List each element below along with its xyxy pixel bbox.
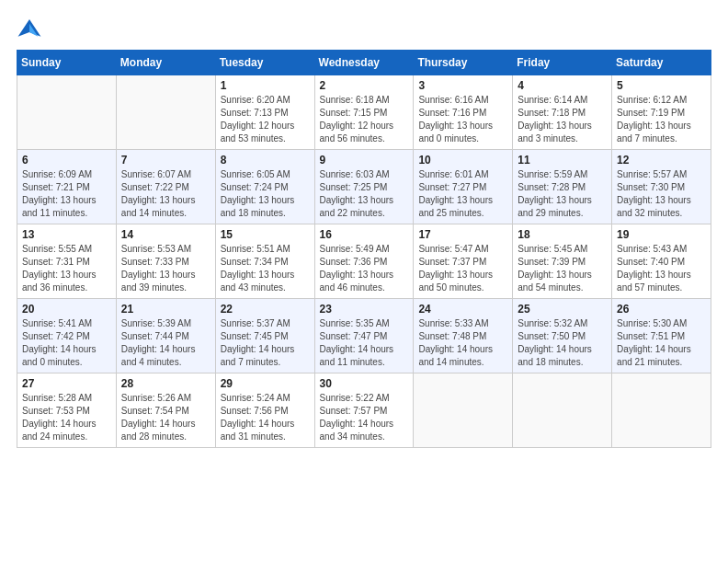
day-number: 28 (121, 377, 210, 390)
day-number: 6 (22, 154, 111, 167)
day-info: Sunrise: 6:09 AM Sunset: 7:21 PM Dayligh… (22, 168, 111, 220)
day-number: 12 (617, 154, 706, 167)
calendar-cell: 6Sunrise: 6:09 AM Sunset: 7:21 PM Daylig… (17, 150, 117, 224)
day-number: 22 (221, 303, 310, 316)
day-info: Sunrise: 6:05 AM Sunset: 7:24 PM Dayligh… (221, 168, 310, 220)
day-info: Sunrise: 5:30 AM Sunset: 7:51 PM Dayligh… (617, 317, 706, 369)
day-info: Sunrise: 5:39 AM Sunset: 7:44 PM Dayligh… (121, 317, 210, 369)
calendar-cell: 7Sunrise: 6:07 AM Sunset: 7:22 PM Daylig… (116, 150, 215, 224)
day-number: 9 (320, 154, 409, 167)
day-number: 13 (22, 228, 111, 241)
day-number: 23 (320, 303, 409, 316)
calendar-cell: 8Sunrise: 6:05 AM Sunset: 7:24 PM Daylig… (215, 150, 314, 224)
day-info: Sunrise: 5:55 AM Sunset: 7:31 PM Dayligh… (22, 243, 111, 294)
day-number: 19 (617, 228, 706, 241)
day-info: Sunrise: 6:12 AM Sunset: 7:19 PM Dayligh… (617, 94, 706, 145)
calendar-cell: 30Sunrise: 5:22 AM Sunset: 7:57 PM Dayli… (314, 373, 414, 448)
day-info: Sunrise: 5:24 AM Sunset: 7:56 PM Dayligh… (221, 392, 310, 443)
calendar-header-row: SundayMondayTuesdayWednesdayThursdayFrid… (17, 51, 711, 75)
calendar-cell: 19Sunrise: 5:43 AM Sunset: 7:40 PM Dayli… (612, 224, 711, 299)
day-info: Sunrise: 5:43 AM Sunset: 7:40 PM Dayligh… (617, 243, 706, 294)
day-info: Sunrise: 6:01 AM Sunset: 7:27 PM Dayligh… (418, 168, 507, 220)
calendar-cell: 3Sunrise: 6:16 AM Sunset: 7:16 PM Daylig… (414, 75, 513, 150)
day-info: Sunrise: 5:51 AM Sunset: 7:34 PM Dayligh… (221, 243, 310, 294)
day-info: Sunrise: 5:45 AM Sunset: 7:39 PM Dayligh… (518, 243, 607, 294)
calendar-cell: 14Sunrise: 5:53 AM Sunset: 7:33 PM Dayli… (116, 224, 215, 299)
header (17, 17, 711, 42)
day-info: Sunrise: 6:03 AM Sunset: 7:25 PM Dayligh… (320, 168, 409, 220)
calendar-cell (116, 75, 215, 150)
day-number: 18 (518, 228, 607, 241)
day-number: 7 (121, 154, 210, 167)
calendar-cell: 9Sunrise: 6:03 AM Sunset: 7:25 PM Daylig… (314, 150, 414, 224)
weekday-header-sunday: Sunday (17, 51, 117, 75)
day-number: 2 (320, 79, 409, 92)
calendar-week-row: 13Sunrise: 5:55 AM Sunset: 7:31 PM Dayli… (17, 224, 711, 299)
weekday-header-friday: Friday (513, 51, 612, 75)
calendar-cell: 27Sunrise: 5:28 AM Sunset: 7:53 PM Dayli… (17, 373, 117, 448)
day-number: 11 (518, 154, 607, 167)
calendar-cell: 29Sunrise: 5:24 AM Sunset: 7:56 PM Dayli… (215, 373, 314, 448)
day-info: Sunrise: 5:28 AM Sunset: 7:53 PM Dayligh… (22, 392, 111, 443)
calendar-cell (513, 373, 612, 448)
weekday-header-wednesday: Wednesday (314, 51, 414, 75)
calendar-cell: 23Sunrise: 5:35 AM Sunset: 7:47 PM Dayli… (314, 299, 414, 373)
calendar-cell: 17Sunrise: 5:47 AM Sunset: 7:37 PM Dayli… (414, 224, 513, 299)
day-info: Sunrise: 5:41 AM Sunset: 7:42 PM Dayligh… (22, 317, 111, 369)
day-number: 4 (518, 79, 607, 92)
calendar-cell: 10Sunrise: 6:01 AM Sunset: 7:27 PM Dayli… (414, 150, 513, 224)
calendar-cell: 4Sunrise: 6:14 AM Sunset: 7:18 PM Daylig… (513, 75, 612, 150)
day-info: Sunrise: 5:37 AM Sunset: 7:45 PM Dayligh… (221, 317, 310, 369)
calendar-cell: 12Sunrise: 5:57 AM Sunset: 7:30 PM Dayli… (612, 150, 711, 224)
day-info: Sunrise: 6:07 AM Sunset: 7:22 PM Dayligh… (121, 168, 210, 220)
day-info: Sunrise: 6:16 AM Sunset: 7:16 PM Dayligh… (418, 94, 507, 145)
calendar-cell: 16Sunrise: 5:49 AM Sunset: 7:36 PM Dayli… (314, 224, 414, 299)
day-number: 14 (121, 228, 210, 241)
calendar-cell: 11Sunrise: 5:59 AM Sunset: 7:28 PM Dayli… (513, 150, 612, 224)
calendar-week-row: 20Sunrise: 5:41 AM Sunset: 7:42 PM Dayli… (17, 299, 711, 373)
calendar-cell (414, 373, 513, 448)
day-info: Sunrise: 5:22 AM Sunset: 7:57 PM Dayligh… (320, 392, 409, 443)
page: SundayMondayTuesdayWednesdayThursdayFrid… (0, 0, 728, 563)
day-number: 27 (22, 377, 111, 390)
calendar-week-row: 6Sunrise: 6:09 AM Sunset: 7:21 PM Daylig… (17, 150, 711, 224)
calendar-cell: 26Sunrise: 5:30 AM Sunset: 7:51 PM Dayli… (612, 299, 711, 373)
calendar-cell: 18Sunrise: 5:45 AM Sunset: 7:39 PM Dayli… (513, 224, 612, 299)
logo-bird-icon (17, 17, 42, 42)
day-number: 20 (22, 303, 111, 316)
logo (17, 17, 46, 42)
calendar-week-row: 1Sunrise: 6:20 AM Sunset: 7:13 PM Daylig… (17, 75, 711, 150)
calendar-cell: 24Sunrise: 5:33 AM Sunset: 7:48 PM Dayli… (414, 299, 513, 373)
day-info: Sunrise: 5:33 AM Sunset: 7:48 PM Dayligh… (418, 317, 507, 369)
day-number: 3 (418, 79, 507, 92)
day-info: Sunrise: 6:20 AM Sunset: 7:13 PM Dayligh… (221, 94, 310, 145)
day-number: 15 (221, 228, 310, 241)
day-info: Sunrise: 5:35 AM Sunset: 7:47 PM Dayligh… (320, 317, 409, 369)
day-info: Sunrise: 5:57 AM Sunset: 7:30 PM Dayligh… (617, 168, 706, 220)
calendar-week-row: 27Sunrise: 5:28 AM Sunset: 7:53 PM Dayli… (17, 373, 711, 448)
day-number: 26 (617, 303, 706, 316)
day-info: Sunrise: 5:53 AM Sunset: 7:33 PM Dayligh… (121, 243, 210, 294)
day-number: 21 (121, 303, 210, 316)
day-info: Sunrise: 5:59 AM Sunset: 7:28 PM Dayligh… (518, 168, 607, 220)
day-info: Sunrise: 6:18 AM Sunset: 7:15 PM Dayligh… (320, 94, 409, 145)
day-number: 16 (320, 228, 409, 241)
weekday-header-monday: Monday (116, 51, 215, 75)
calendar-cell: 2Sunrise: 6:18 AM Sunset: 7:15 PM Daylig… (314, 75, 414, 150)
day-info: Sunrise: 5:32 AM Sunset: 7:50 PM Dayligh… (518, 317, 607, 369)
calendar-cell: 28Sunrise: 5:26 AM Sunset: 7:54 PM Dayli… (116, 373, 215, 448)
calendar-cell: 13Sunrise: 5:55 AM Sunset: 7:31 PM Dayli… (17, 224, 117, 299)
day-number: 5 (617, 79, 706, 92)
day-number: 29 (221, 377, 310, 390)
calendar-cell (612, 373, 711, 448)
day-number: 24 (418, 303, 507, 316)
calendar-cell: 20Sunrise: 5:41 AM Sunset: 7:42 PM Dayli… (17, 299, 117, 373)
calendar-table: SundayMondayTuesdayWednesdayThursdayFrid… (17, 50, 711, 448)
day-info: Sunrise: 5:49 AM Sunset: 7:36 PM Dayligh… (320, 243, 409, 294)
day-number: 1 (221, 79, 310, 92)
calendar-cell: 1Sunrise: 6:20 AM Sunset: 7:13 PM Daylig… (215, 75, 314, 150)
calendar-cell: 21Sunrise: 5:39 AM Sunset: 7:44 PM Dayli… (116, 299, 215, 373)
day-number: 30 (320, 377, 409, 390)
calendar-cell (17, 75, 117, 150)
calendar-cell: 5Sunrise: 6:12 AM Sunset: 7:19 PM Daylig… (612, 75, 711, 150)
